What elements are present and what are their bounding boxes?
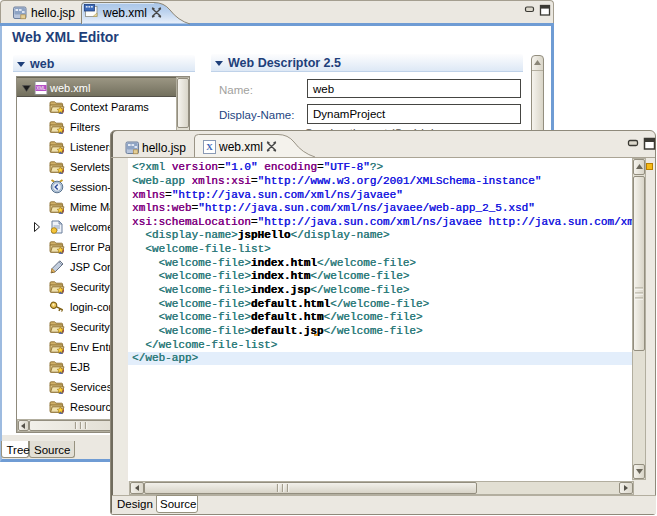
- svg-text:XML: XML: [36, 86, 46, 91]
- svg-text:X: X: [206, 142, 213, 152]
